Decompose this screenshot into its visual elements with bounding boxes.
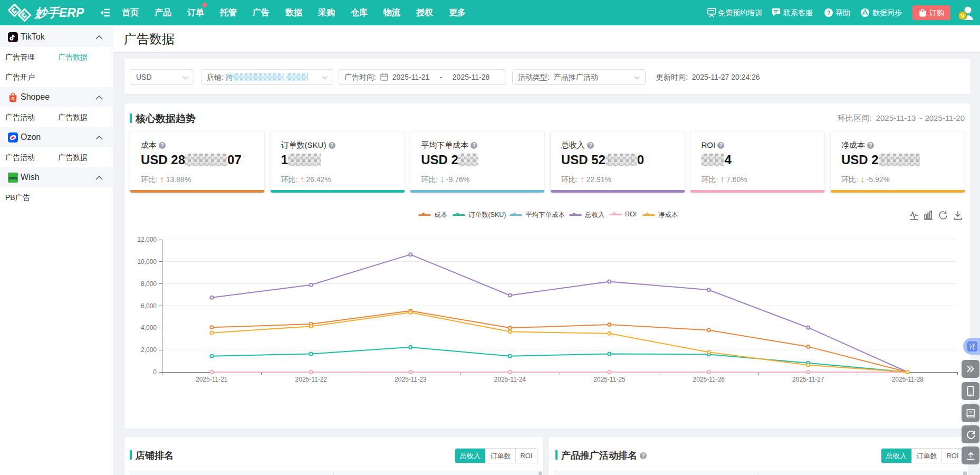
svg-text:2025-11-23: 2025-11-23 [395, 376, 427, 383]
svg-text:4,000: 4,000 [141, 324, 157, 331]
svg-text:10,000: 10,000 [137, 258, 157, 265]
svg-text:wish: wish [8, 176, 17, 179]
svg-text:6,000: 6,000 [141, 302, 157, 310]
svg-text:2,000: 2,000 [141, 346, 157, 354]
svg-text:?: ? [969, 410, 972, 415]
svg-text:2025-11-25: 2025-11-25 [593, 376, 626, 383]
svg-text:?: ? [827, 10, 831, 16]
svg-text:V: V [960, 13, 965, 19]
svg-text:2025-11-22: 2025-11-22 [295, 376, 328, 383]
svg-text:8,000: 8,000 [141, 280, 157, 288]
svg-text:12,000: 12,000 [137, 236, 157, 243]
svg-text:2025-11-24: 2025-11-24 [494, 376, 526, 383]
svg-text:2025-11-26: 2025-11-26 [693, 376, 725, 383]
svg-text:0: 0 [153, 368, 157, 376]
svg-text:2025-11-28: 2025-11-28 [892, 376, 924, 383]
svg-text:S: S [11, 96, 14, 101]
svg-text:2025-11-21: 2025-11-21 [196, 376, 228, 383]
svg-text:2025-11-27: 2025-11-27 [792, 376, 824, 383]
